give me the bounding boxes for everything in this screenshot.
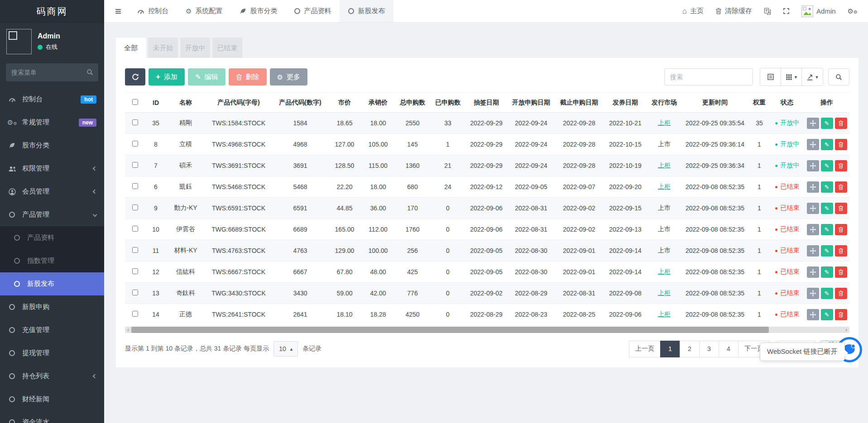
table-search-input[interactable] [664,68,753,86]
row-move-button[interactable] [807,118,819,129]
market-link[interactable]: 上柜 [658,268,671,275]
row-checkbox[interactable] [132,247,138,253]
row-edit-button[interactable]: ✎ [821,181,833,193]
sidebar-item-new-stock-release[interactable]: 新股发布 [0,272,104,295]
row-checkbox[interactable] [132,311,138,317]
topnav-item-product-info[interactable]: 产品资料 [286,0,340,22]
sidebar-item-recharge[interactable]: 充值管理 [0,318,104,342]
sidebar-item-new-stock-subscribe[interactable]: 新股申购 [0,295,104,318]
row-checkbox[interactable] [132,119,138,125]
row-delete-button[interactable] [835,309,847,320]
home-button[interactable]: ⌂主页 [676,0,710,23]
page-button-2[interactable]: 2 [680,341,700,357]
row-delete-button[interactable] [835,118,847,129]
select-all-checkbox[interactable] [132,99,138,105]
sidebar-item-index-manage[interactable]: 指数管理 [0,249,104,272]
row-move-button[interactable] [807,160,819,171]
sidebar-item-finance-news[interactable]: 财经新闻 [0,388,104,411]
scroll-left-arrow[interactable]: ‹ [125,327,131,333]
row-move-button[interactable] [807,139,819,150]
user-menu[interactable]: Admin [796,0,842,23]
refresh-button[interactable] [125,68,145,86]
sidebar-item-dashboard[interactable]: 控制台hot [0,88,104,111]
row-edit-button[interactable]: ✎ [821,288,833,299]
market-link[interactable]: 上柜 [658,289,671,296]
tab-ended[interactable]: 已结束 [212,38,242,58]
row-move-button[interactable] [807,266,819,278]
page-button-1[interactable]: 1 [660,341,680,357]
scroll-right-arrow[interactable]: › [843,327,849,333]
market-link[interactable]: 上柜 [658,119,671,126]
row-move-button[interactable] [807,288,819,299]
hamburger-menu-icon[interactable]: ≡ [108,5,129,18]
language-button[interactable]: A [758,0,777,23]
row-move-button[interactable] [807,203,819,214]
delete-button[interactable]: 删除 [229,68,267,86]
prev-page-button[interactable]: 上一页 [629,341,661,357]
row-checkbox[interactable] [132,141,138,147]
row-checkbox[interactable] [132,290,138,295]
tab-open[interactable]: 开放中 [180,38,210,58]
caret-up-icon: ▴ [290,346,293,352]
row-checkbox[interactable] [132,268,138,274]
edit-button[interactable]: ✎编辑 [188,68,225,86]
row-delete-button[interactable] [835,181,847,193]
sidebar-search-input[interactable] [6,63,98,81]
row-edit-button[interactable]: ✎ [821,266,833,278]
row-delete-button[interactable] [835,266,847,278]
tab-all[interactable]: 全部 [116,38,146,58]
row-delete-button[interactable] [835,224,847,235]
row-edit-button[interactable]: ✎ [821,139,833,150]
sidebar-item-market-category[interactable]: 股市分类 [0,134,104,157]
more-button[interactable]: ⚙更多 [270,68,307,86]
sidebar-item-position-list[interactable]: 持仓列表 [0,365,104,388]
sidebar-item-product[interactable]: 产品管理 [0,203,104,226]
sidebar-item-product-info[interactable]: 产品资料 [0,226,104,249]
topnav-item-new-stock-release[interactable]: 新股发布 [340,0,393,22]
row-delete-button[interactable] [835,139,847,150]
search-submit-button[interactable] [828,68,849,86]
row-delete-button[interactable] [835,203,847,214]
topnav-item-market-category[interactable]: 股市分类 [231,0,286,22]
fullscreen-button[interactable] [777,0,796,23]
row-move-button[interactable] [807,181,819,193]
topnav-item-system-config[interactable]: ⚙系统配置 [177,0,231,22]
tab-not-started[interactable]: 未开始 [148,38,178,58]
row-edit-button[interactable]: ✎ [821,245,833,257]
topnav-item-dashboard[interactable]: 控制台 [129,0,177,22]
list-view-button[interactable] [760,68,781,86]
page-button-3[interactable]: 3 [699,341,719,357]
row-delete-button[interactable] [835,288,847,299]
market-link[interactable]: 上柜 [658,310,671,318]
row-edit-button[interactable]: ✎ [821,160,833,171]
sidebar-item-member[interactable]: 会员管理 [0,180,104,203]
column-header: 市价 [328,93,361,113]
row-checkbox[interactable] [132,226,138,232]
add-button[interactable]: +添加 [149,68,185,86]
sidebar-item-general[interactable]: ⚙⚙常规管理new [0,111,104,134]
row-checkbox[interactable] [132,183,138,189]
row-move-button[interactable] [807,245,819,257]
export-button[interactable]: ▾ [802,68,823,86]
row-move-button[interactable] [807,309,819,320]
market-link[interactable]: 上柜 [658,183,671,190]
row-checkbox[interactable] [132,204,138,210]
sidebar-item-withdraw[interactable]: 提现管理 [0,342,104,365]
scrollbar-thumb[interactable] [131,327,769,333]
row-edit-button[interactable]: ✎ [821,224,833,235]
row-delete-button[interactable] [835,245,847,257]
row-edit-button[interactable]: ✎ [821,118,833,129]
page-size-select[interactable]: 10▴ [273,341,298,356]
settings-button[interactable]: ⚙⚙ [842,0,863,23]
sidebar-item-permission[interactable]: 权限管理 [0,157,104,180]
page-button-4[interactable]: 4 [719,341,739,357]
market-link[interactable]: 上柜 [658,162,671,169]
row-edit-button[interactable]: ✎ [821,309,833,320]
row-move-button[interactable] [807,224,819,235]
clear-cache-button[interactable]: 清除缓存 [710,0,758,23]
sidebar-item-fund-flow[interactable]: 资金流水 [0,411,104,423]
columns-button[interactable]: ▾ [781,68,802,86]
row-checkbox[interactable] [132,162,138,168]
row-edit-button[interactable]: ✎ [821,203,833,214]
row-delete-button[interactable] [835,160,847,171]
